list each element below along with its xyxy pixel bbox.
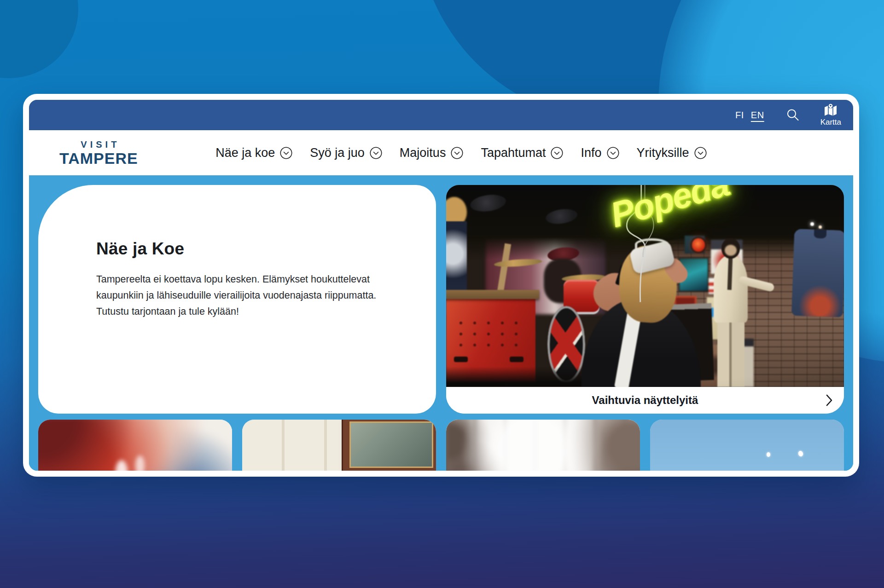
intro-text: Tampereelta ei koettava lopu kesken. Elä… <box>96 271 394 319</box>
feature-caption-label: Vaihtuvia näyttelyitä <box>592 394 698 407</box>
balloon-dot <box>767 452 770 457</box>
teaser-card-interior[interactable] <box>242 420 436 471</box>
chevron-down-circle-icon <box>280 147 292 159</box>
chevron-down-circle-icon <box>451 147 463 159</box>
language-fi-link[interactable]: FI <box>735 110 744 121</box>
nav-item-label: Näe ja koe <box>215 146 275 160</box>
search-button[interactable] <box>785 108 800 122</box>
teaser-card-winter-forest[interactable] <box>446 420 640 471</box>
map-button[interactable]: Kartta <box>820 103 841 127</box>
nav-item-tapahtumat[interactable]: Tapahtumat <box>481 146 563 160</box>
map-icon <box>823 103 838 117</box>
nav-item-nae-ja-koe[interactable]: Näe ja koe <box>215 146 292 160</box>
language-switcher: FI EN <box>735 110 764 121</box>
nav-item-majoitus[interactable]: Majoitus <box>400 146 464 160</box>
site-card-inner: FI EN <box>29 100 853 471</box>
picture-frame <box>343 420 436 471</box>
museum-photo: Popeda <box>446 185 844 387</box>
winter-forest-photo <box>446 420 640 471</box>
logo-line-tampere: TAMPERE <box>59 150 138 166</box>
map-button-label: Kartta <box>820 118 841 127</box>
decorative-circle-top-left <box>0 0 78 78</box>
nav-item-label: Tapahtumat <box>481 146 546 160</box>
main-navbar: VISIT TAMPERE Näe ja koe Syö ja juo <box>29 130 853 175</box>
feature-card-exhibitions[interactable]: Popeda Vaihtuvia näyttelyitä <box>446 185 844 414</box>
nav-item-label: Majoitus <box>400 146 446 160</box>
chevron-down-circle-icon <box>607 147 619 159</box>
chevron-down-circle-icon <box>551 147 563 159</box>
teaser-card-restaurant[interactable] <box>38 420 232 471</box>
nav-item-label: Yrityksille <box>637 146 689 160</box>
sky-photo <box>650 420 844 471</box>
chevron-down-circle-icon <box>370 147 382 159</box>
nav-item-label: Syö ja juo <box>310 146 365 160</box>
search-icon <box>785 108 800 122</box>
panel-wall-photo <box>242 420 436 471</box>
utility-bar: FI EN <box>29 100 853 130</box>
page-title: Näe ja Koe <box>96 239 394 259</box>
nav-item-yrityksille[interactable]: Yrityksille <box>637 146 707 160</box>
chevron-down-circle-icon <box>694 147 707 159</box>
chevron-right-icon <box>826 394 833 407</box>
nav-item-info[interactable]: Info <box>581 146 619 160</box>
feature-caption-bar[interactable]: Vaihtuvia näyttelyitä <box>446 387 844 414</box>
logo-line-visit: VISIT <box>59 140 141 149</box>
birch-trunks <box>446 420 640 471</box>
site-card: FI EN <box>23 94 859 477</box>
intro-card: Näe ja Koe Tampereelta ei koettava lopu … <box>38 185 436 414</box>
primary-nav: Näe ja koe Syö ja juo Majoitus <box>215 146 762 160</box>
nav-item-syo-ja-juo[interactable]: Syö ja juo <box>310 146 382 160</box>
language-en-link[interactable]: EN <box>751 110 764 121</box>
page-content: Näe ja Koe Tampereelta ei koettava lopu … <box>29 175 853 471</box>
balloon-dot <box>797 450 804 457</box>
visit-tampere-logo[interactable]: VISIT TAMPERE <box>59 140 138 166</box>
nav-item-label: Info <box>581 146 601 160</box>
glass-highlight <box>135 455 145 471</box>
teaser-card-sky[interactable] <box>650 420 844 471</box>
restaurant-photo <box>38 420 232 471</box>
